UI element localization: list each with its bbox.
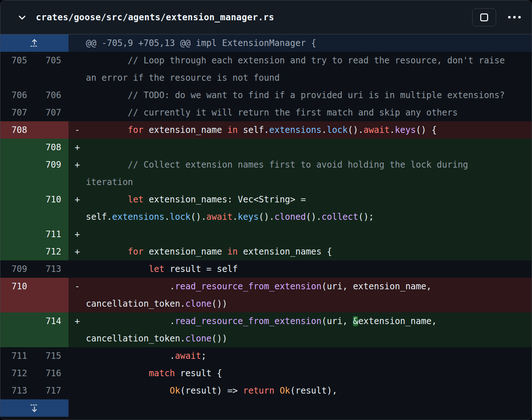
line-number-new[interactable]: 714	[34, 312, 68, 347]
line-number-old[interactable]	[0, 139, 34, 156]
code-token	[274, 386, 279, 396]
code-line: for extension_name in extension_names {	[86, 243, 532, 260]
more-options-button[interactable]	[506, 9, 523, 26]
code-line: // Collect extension names first to avoi…	[86, 156, 532, 191]
code-token: lock	[170, 212, 191, 222]
code-token: // Collect extension names first to avoi…	[86, 160, 473, 187]
code-line	[86, 226, 532, 243]
line-number-old[interactable]: 710	[0, 278, 34, 312]
code-token: read_resource_from_extension	[175, 316, 322, 326]
line-number-old[interactable]: 707	[0, 104, 34, 121]
code-line: .read_resource_from_extension(uri, &exte…	[86, 312, 532, 347]
code-token: .	[165, 212, 170, 222]
line-number-new[interactable]	[34, 121, 68, 139]
diff-marker: -	[68, 278, 86, 312]
diff-marker: +	[68, 243, 86, 260]
line-number-old[interactable]: 712	[0, 365, 34, 382]
code-line: // currently it will return the first ma…	[86, 104, 532, 121]
code-token: extension_names {	[238, 247, 332, 257]
diff-row: 710+ let extension_names: Vec<String> = …	[0, 191, 532, 226]
line-number-new[interactable]: 711	[34, 226, 68, 243]
diff-row: 709713 let result = self	[0, 260, 532, 278]
code-token: .	[86, 316, 175, 326]
code-token: .	[390, 125, 395, 135]
line-number-old[interactable]: 705	[0, 52, 34, 87]
collapse-file-button[interactable]	[16, 12, 28, 23]
code-token: Ok	[170, 386, 180, 396]
code-token: ())	[212, 299, 227, 309]
code-token: ())	[212, 333, 227, 344]
code-token: // TODO: do we want to find if a provide…	[86, 90, 505, 100]
line-number-old[interactable]: 708	[0, 121, 34, 139]
line-number-new[interactable]: 715	[34, 347, 68, 365]
code-token: extensions	[112, 212, 165, 222]
diff-marker	[68, 104, 86, 121]
diff-row: 707707 // currently it will return the f…	[0, 104, 532, 121]
diff-row: 711+	[0, 226, 532, 243]
line-number-old[interactable]	[0, 156, 34, 191]
diff-marker: +	[68, 139, 86, 156]
expand-down-button[interactable]	[0, 399, 68, 417]
code-token: result {	[175, 368, 222, 378]
line-number-new[interactable]: 712	[34, 243, 68, 260]
code-token: for	[128, 125, 144, 135]
line-number-new[interactable]: 705	[34, 52, 68, 87]
diff-row: 714+ .read_resource_from_extension(uri, …	[0, 312, 532, 347]
line-number-old[interactable]	[0, 312, 34, 347]
line-number-new[interactable]: 707	[34, 104, 68, 121]
code-token: ().	[259, 212, 274, 222]
diff-row: 706706 // TODO: do we want to find if a …	[0, 87, 532, 104]
code-token: keys	[395, 125, 416, 135]
code-line: let result = self	[86, 260, 532, 278]
line-number-old[interactable]: 706	[0, 87, 34, 104]
line-number-new[interactable]: 710	[34, 191, 68, 226]
diff-marker	[68, 52, 86, 87]
code-token: () {	[416, 125, 437, 135]
line-number-new[interactable]: 717	[34, 382, 68, 399]
line-number-old[interactable]: 711	[0, 347, 34, 365]
code-token: cloned	[274, 212, 306, 222]
line-number-new[interactable]: 709	[34, 156, 68, 191]
code-token: (result),	[290, 386, 337, 396]
code-line: match result {	[86, 365, 532, 382]
line-number-old[interactable]	[0, 243, 34, 260]
hunk-header-row: @@ -705,9 +705,13 @@ impl ExtensionManag…	[0, 34, 532, 52]
line-number-old[interactable]	[0, 226, 34, 243]
line-number-new[interactable]: 713	[34, 260, 68, 278]
code-token: extension_name	[144, 247, 227, 257]
diff-row: 713717 Ok(result) => return Ok(result),	[0, 382, 532, 399]
diff-row: 708- for extension_name in self.extensio…	[0, 121, 532, 139]
line-number-old[interactable]: 709	[0, 260, 34, 278]
code-token: // currently it will return the first ma…	[86, 108, 458, 118]
code-token: clone	[186, 299, 212, 309]
code-token: // Loop through each extension and try t…	[86, 55, 510, 83]
display-mode-button[interactable]	[472, 8, 496, 26]
line-number-new[interactable]: 716	[34, 365, 68, 382]
diff-row: 710- .read_resource_from_extension(uri, …	[0, 278, 532, 312]
code-token	[86, 247, 128, 257]
code-token: collect	[321, 212, 358, 222]
code-token: let	[128, 194, 144, 205]
diff-marker: +	[68, 191, 86, 226]
line-number-old[interactable]	[0, 191, 34, 226]
bottom-filler	[68, 399, 532, 417]
line-number-new[interactable]: 706	[34, 87, 68, 104]
square-icon	[480, 13, 488, 21]
code-token: extension_name	[144, 125, 227, 135]
line-number-new[interactable]: 708	[34, 139, 68, 156]
code-token: let	[149, 264, 164, 274]
code-token: extensions	[269, 125, 322, 135]
line-number-old[interactable]: 713	[0, 382, 34, 399]
diff-row: 709+ // Collect extension names first to…	[0, 156, 532, 191]
expand-up-button[interactable]	[0, 34, 68, 52]
line-number-new[interactable]	[34, 278, 68, 312]
code-token: (uri,	[321, 316, 353, 326]
code-token	[86, 125, 128, 135]
hunk-header-text: @@ -705,9 +705,13 @@ impl ExtensionManag…	[68, 34, 532, 52]
diff-row: 708+	[0, 139, 532, 156]
code-line: for extension_name in self.extensions.lo…	[86, 121, 532, 139]
diff-rows: 705705 // Loop through each extension an…	[0, 52, 532, 399]
code-line: .read_resource_from_extension(uri, exten…	[86, 278, 532, 312]
diff-marker	[68, 382, 86, 399]
diff-marker: -	[68, 121, 86, 139]
